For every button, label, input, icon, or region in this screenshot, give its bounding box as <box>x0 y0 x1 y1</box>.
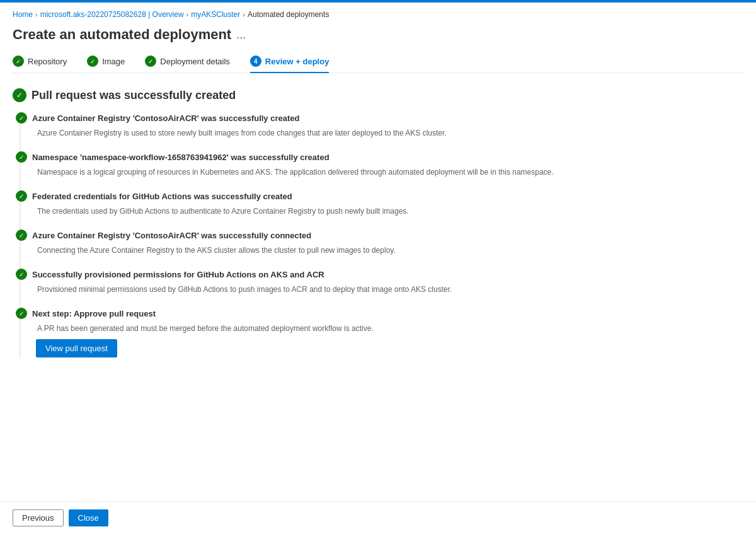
item-1-title: Azure Container Registry 'ContosoAirACR'… <box>32 113 299 123</box>
item-2-title: Namespace 'namespace-workflow-1658763941… <box>32 153 329 162</box>
breadcrumb-home[interactable]: Home <box>13 10 33 19</box>
tab-deployment-label: Deployment details <box>160 57 230 66</box>
tab-repository-label: Repository <box>28 57 67 66</box>
previous-button[interactable]: Previous <box>13 509 64 526</box>
tab-repository-check-icon: ✓ <box>13 55 24 67</box>
item-1-header: ✓ Azure Container Registry 'ContosoAirAC… <box>36 112 743 124</box>
item-acr-connected: ✓ Azure Container Registry 'ContosoAirAC… <box>36 229 743 256</box>
item-3-description: The credentials used by GitHub Actions t… <box>37 206 743 217</box>
page-title: Create an automated deployment <box>13 26 231 43</box>
item-6-description: A PR has been generated and must be merg… <box>37 323 743 334</box>
item-4-header: ✓ Azure Container Registry 'ContosoAirAC… <box>36 229 743 241</box>
wizard-tabs: ✓ Repository ✓ Image ✓ Deployment detail… <box>13 55 743 73</box>
item-3-check-icon: ✓ <box>16 190 27 202</box>
page-title-row: Create an automated deployment ... <box>13 26 743 43</box>
item-6-check-icon: ✓ <box>16 308 27 319</box>
item-4-check-icon: ✓ <box>16 229 27 241</box>
tab-review-label: Review + deploy <box>265 57 329 66</box>
tab-repository[interactable]: ✓ Repository <box>13 55 67 73</box>
item-6-title: Next step: Approve pull request <box>32 309 156 318</box>
page-title-more-button[interactable]: ... <box>236 28 246 42</box>
item-federated-credentials: ✓ Federated credentials for GitHub Actio… <box>36 190 743 217</box>
item-2-header: ✓ Namespace 'namespace-workflow-16587639… <box>36 151 743 163</box>
tab-deployment-details[interactable]: ✓ Deployment details <box>145 55 230 73</box>
breadcrumb: Home › microsoft.aks-20220725082628 | Ov… <box>13 10 743 19</box>
item-1-check-icon: ✓ <box>16 112 27 124</box>
breadcrumb-cluster[interactable]: myAKSCluster <box>191 10 240 19</box>
item-5-check-icon: ✓ <box>16 269 27 280</box>
tab-review-circle-icon: 4 <box>250 55 261 67</box>
tab-review-deploy[interactable]: 4 Review + deploy <box>250 55 329 73</box>
breadcrumb-current: Automated deployments <box>248 10 329 19</box>
item-5-header: ✓ Successfully provisioned permissions f… <box>36 269 743 280</box>
breadcrumb-sep-1: › <box>35 11 38 18</box>
item-3-title: Federated credentials for GitHub Actions… <box>32 192 292 201</box>
tab-deployment-check-icon: ✓ <box>145 55 156 67</box>
item-5-description: Provisioned minimal permissions used by … <box>37 284 743 295</box>
item-next-step: ✓ Next step: Approve pull request A PR h… <box>36 308 743 357</box>
items-container: ✓ Azure Container Registry 'ContosoAirAC… <box>20 112 743 357</box>
item-acr-created: ✓ Azure Container Registry 'ContosoAirAC… <box>36 112 743 139</box>
view-pull-request-button[interactable]: View pull request <box>36 339 117 357</box>
item-5-title: Successfully provisioned permissions for… <box>32 270 324 279</box>
tab-image-check-icon: ✓ <box>87 55 98 67</box>
item-6-header: ✓ Next step: Approve pull request <box>36 308 743 319</box>
breadcrumb-sep-2: › <box>186 11 189 18</box>
item-1-description: Azure Container Registry is used to stor… <box>37 127 743 139</box>
page-content: Home › microsoft.aks-20220725082628 | Ov… <box>0 3 756 501</box>
close-button[interactable]: Close <box>69 509 108 526</box>
breadcrumb-aks[interactable]: microsoft.aks-20220725082628 | Overview <box>40 10 184 19</box>
item-2-check-icon: ✓ <box>16 151 27 163</box>
bottom-bar: Previous Close <box>0 501 756 534</box>
tab-image-label: Image <box>102 57 125 66</box>
item-4-description: Connecting the Azure Container Registry … <box>37 245 743 256</box>
breadcrumb-sep-3: › <box>243 11 245 18</box>
item-3-header: ✓ Federated credentials for GitHub Actio… <box>36 190 743 202</box>
item-2-description: Namespace is a logical grouping of resou… <box>37 166 743 178</box>
section-title: Pull request was successfully created <box>32 89 236 102</box>
section-check-icon: ✓ <box>13 88 26 102</box>
section-header: ✓ Pull request was successfully created <box>13 88 743 102</box>
tab-image[interactable]: ✓ Image <box>87 55 125 73</box>
item-permissions-provisioned: ✓ Successfully provisioned permissions f… <box>36 269 743 295</box>
item-4-title: Azure Container Registry 'ContosoAirACR'… <box>32 231 311 240</box>
item-namespace-created: ✓ Namespace 'namespace-workflow-16587639… <box>36 151 743 178</box>
